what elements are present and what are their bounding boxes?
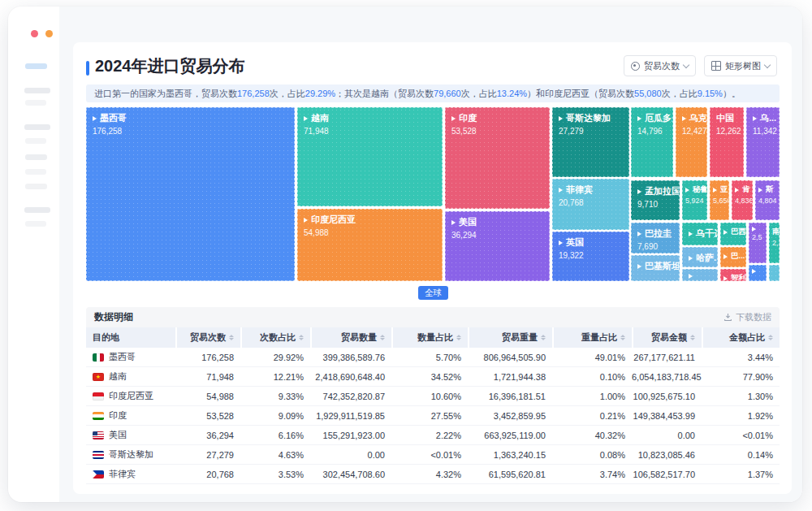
download-data-button[interactable]: 下载数据 [723,311,771,323]
treemap-cell-value: 36,294 [451,231,549,240]
chart-controls: 贸易次数 矩形树图 [624,55,777,76]
drilldown-arrow-icon [758,188,762,193]
table-row-印度尼西亚: 印度尼西亚54,9889.33%742,352,820.8710.60%16,3… [86,387,780,406]
treemap-cell-乌干达[interactable]: 乌干达 [682,223,718,245]
sidebar-item[interactable] [24,124,50,130]
treemap-cell-巴拉圭[interactable]: 巴拉圭7,690 [631,223,680,253]
treemap-cell-哥斯达黎加[interactable]: 哥斯达黎加27,279 [552,107,629,177]
flag-icon-in [93,412,104,420]
treemap-cell-墨西哥[interactable]: 墨西哥176,258 [86,107,295,281]
treemap-cell-value: 53,528 [451,127,549,136]
sort-icon[interactable] [380,335,385,340]
sort-icon[interactable] [690,335,695,340]
treemap-chart: 墨西哥176,258越南71,948印度尼西亚54,988印度53,528美国3… [86,107,780,281]
table-cell: 0.14% [702,450,780,460]
sidebar-item[interactable] [25,169,46,175]
table-cell: 1.92% [702,411,780,421]
column-header-label: 贸易次数 [190,331,226,344]
treemap-cell-智利[interactable]: 智利 [720,269,746,281]
treemap-cell-value: 5,924 [685,197,706,205]
treemap-cell-印度尼西亚[interactable]: 印度尼西亚54,988 [297,209,443,281]
banner-text: 次，占比 [270,89,305,98]
destination-name: 墨西哥 [109,351,136,363]
column-header-4[interactable]: 数量占比 [391,327,468,348]
metric-selector-button[interactable]: 贸易次数 [624,55,696,76]
treemap-cell-unlabeled[interactable] [769,265,780,281]
close-window-icon[interactable] [31,30,38,37]
title-accent-bar [86,61,89,76]
table-cell: 302,454,708.60 [310,470,391,479]
treemap-cell-label: 菲律宾 [566,184,593,196]
treemap-cell-斯[interactable]: 斯4,804 [755,180,780,220]
sidebar-item[interactable] [24,207,50,213]
treemap-cell-越南[interactable]: 越南71,948 [297,107,443,206]
column-header-6[interactable]: 重量占比 [552,327,632,348]
sidebar-item[interactable] [25,154,47,160]
treemap-cell-哈萨...[interactable]: 哈萨... [682,247,718,267]
treemap-cell-菲律宾[interactable]: 菲律宾20,768 [552,179,629,230]
treemap-cell-肯[interactable]: 肯4,836 [732,180,753,220]
table-cell: <0.01% [391,450,468,460]
sort-icon[interactable] [541,335,546,340]
detail-section-title: 数据明细 [94,310,133,324]
treemap-cell-孟加拉国[interactable]: 孟加拉国9,710 [631,180,680,220]
column-header-7[interactable]: 贸易金额 [632,327,702,348]
treemap-cell-巴西[interactable]: 巴西 [720,223,746,245]
treemap-cell-中国[interactable]: 中国12,262 [710,107,744,177]
treemap-cell-label: 越南 [311,112,329,124]
treemap-cell-unlabeled[interactable]: 2,5 [749,223,767,263]
sort-icon[interactable] [229,335,234,340]
sort-icon[interactable] [456,335,461,340]
chevron-down-icon [764,62,771,68]
drilldown-arrow-icon [682,116,686,121]
sidebar-item[interactable] [25,138,46,144]
treemap-cell-巴基斯坦[interactable]: 巴基斯坦 [631,255,680,281]
sidebar-item[interactable] [25,221,46,227]
sidebar-item[interactable] [24,88,50,93]
treemap-cell-美国[interactable]: 美国36,294 [445,211,550,281]
column-header-8[interactable]: 金额占比 [702,327,780,348]
sort-icon[interactable] [768,335,773,340]
treemap-cell-巴...[interactable]: 巴... [720,247,746,267]
minimize-window-icon[interactable] [45,30,53,37]
sidebar-item[interactable] [25,100,46,106]
table-cell: 20,768 [175,470,240,479]
treemap-cell-unlabeled[interactable] [682,269,718,281]
sidebar-item-active[interactable] [25,63,47,69]
treemap-cell-乌克兰[interactable]: 乌克兰12,427 [676,107,707,177]
sort-icon[interactable] [299,335,304,340]
column-header-1[interactable]: 贸易次数 [175,327,240,348]
table-row-菲律宾: 菲律宾20,7683.53%302,454,708.604.32%61,595,… [86,465,780,484]
chart-type-selector-button[interactable]: 矩形树图 [704,55,777,76]
table-cell: 12.21% [240,372,310,382]
table-cell: 0.21% [552,411,632,421]
treemap-cell-秘鲁[interactable]: 秘鲁5,924 [682,180,707,220]
treemap-cell-label: 印度 [459,112,477,124]
treemap-cell-label: 南 [772,227,780,237]
table-cell: 4.32% [391,470,468,479]
table-cell: 54,988 [175,392,240,401]
treemap-cell-南[interactable]: 南2,2 [769,223,780,263]
treemap-cell-value: 71,948 [304,127,442,136]
treemap-cell-label: 乌克兰 [689,112,707,124]
table-cell: 6,054,183,718.45 [632,372,702,382]
treemap-cell-unlabeled[interactable] [749,265,767,281]
treemap-cell-厄瓜多尔[interactable]: 厄瓜多尔14,796 [631,107,673,177]
column-header-2[interactable]: 次数占比 [240,327,310,348]
treemap-root-button[interactable]: 全球 [418,286,448,300]
treemap-cell-印度[interactable]: 印度53,528 [445,107,550,209]
download-data-label: 下载数据 [736,311,771,323]
download-icon [723,313,732,322]
drilldown-arrow-icon [752,269,756,274]
treemap-cell-value: 4,836 [735,197,752,205]
treemap-cell-value: 176,258 [93,127,294,136]
column-header-3[interactable]: 贸易数量 [310,327,391,348]
treemap-cell-乌...[interactable]: 乌...11,342 [746,107,780,177]
treemap-cell-亚[interactable]: 亚5,650 [710,180,729,220]
banner-highlight-value: 13.24% [497,89,527,98]
column-header-5[interactable]: 贸易重量 [468,327,552,348]
treemap-cell-英国[interactable]: 英国19,322 [552,232,629,281]
sort-icon[interactable] [620,335,625,340]
sidebar-item[interactable] [25,184,47,189]
table-cell: 399,386,589.76 [310,353,391,362]
